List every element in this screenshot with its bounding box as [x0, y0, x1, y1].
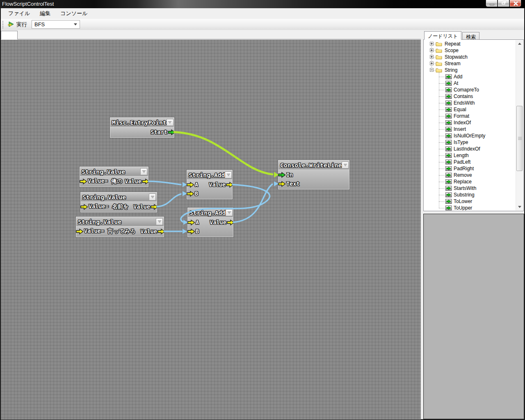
run-button[interactable]: 実行 — [6, 20, 29, 29]
tree-item-equal[interactable]: Equal — [424, 106, 515, 113]
flow-node-entrypoint[interactable]: Misc.EntryPointStart — [110, 117, 174, 138]
menu-item-2[interactable]: 編集 — [35, 8, 55, 19]
node-dropdown-button[interactable] — [140, 168, 147, 175]
close-button[interactable] — [509, 0, 521, 7]
search-mode-combobox[interactable]: BFS — [32, 20, 80, 29]
output-pin-label: Value — [133, 203, 150, 210]
output-pin-label: Value — [140, 228, 157, 235]
tree-item-padleft[interactable]: PadLeft — [424, 159, 515, 165]
node-title: String.Value — [78, 218, 156, 225]
tab-search[interactable]: 検索 — [462, 32, 479, 40]
node-dropdown-button[interactable] — [342, 162, 349, 169]
wire-entrypoint-start-to-writeline-in[interactable] — [174, 132, 272, 174]
node-dropdown-button[interactable] — [225, 171, 232, 178]
tree-item-label: Stopwatch — [445, 54, 468, 60]
wire-value1-to-add1-a[interactable] — [148, 181, 181, 185]
node-title-bar[interactable]: String.Value — [80, 167, 148, 176]
input-pin-icon[interactable] — [187, 182, 194, 188]
node-title-bar[interactable]: String.Add — [188, 208, 233, 217]
output-pin-label: Value — [210, 219, 226, 226]
input-pin-icon[interactable] — [76, 228, 84, 235]
expand-toggle-icon[interactable] — [430, 55, 434, 59]
input-pin-icon[interactable] — [80, 204, 88, 210]
node-dropdown-button[interactable] — [167, 119, 173, 126]
toolbar-grip[interactable] — [2, 21, 3, 28]
output-pin-icon[interactable] — [226, 182, 234, 188]
node-dropdown-button[interactable] — [156, 218, 163, 225]
input-pin-icon[interactable] — [187, 191, 194, 197]
node-dropdown-button[interactable] — [149, 194, 156, 201]
tab-node-list[interactable]: ノードリスト — [424, 31, 461, 40]
properties-panel — [423, 214, 524, 419]
input-pin-icon[interactable] — [278, 181, 286, 187]
flow-node-value1[interactable]: String.ValueValue= 俺のValue — [80, 167, 148, 187]
tree-item-toupper[interactable]: ToUpper — [424, 205, 515, 210]
input-pin-icon[interactable] — [80, 178, 87, 185]
output-pin-icon[interactable] — [158, 228, 165, 235]
expand-toggle-icon[interactable] — [430, 48, 434, 52]
chevron-down-icon — [226, 173, 231, 176]
menu-item-3[interactable]: コンソール — [55, 8, 92, 19]
input-pin-icon[interactable] — [187, 219, 195, 226]
flow-node-value2[interactable]: String.ValueValue= 名前をValue — [80, 192, 157, 212]
canvas-tab[interactable] — [1, 31, 18, 39]
tree-item-at[interactable]: At — [424, 80, 515, 87]
tree-item-istype[interactable]: IsType — [424, 139, 515, 146]
node-title-bar[interactable]: String.Add — [187, 170, 232, 180]
flow-node-add1[interactable]: String.AddAValueB — [187, 170, 233, 199]
node-dropdown-button[interactable] — [226, 209, 233, 216]
tree-item-stream[interactable]: Stream — [424, 60, 515, 67]
output-pin-icon[interactable] — [168, 129, 176, 135]
tree-item-startswith[interactable]: StartsWith — [424, 185, 515, 192]
input-pin-icon[interactable] — [278, 172, 286, 178]
tree-item-repeat[interactable]: Repeat — [424, 41, 515, 47]
tree-item-remove[interactable]: Remove — [424, 172, 515, 178]
scrollbar-thumb[interactable] — [516, 106, 523, 171]
tree-item-comapreto[interactable]: ComapreTo — [424, 87, 515, 93]
flow-node-value3[interactable]: String.ValueValue= 言ってみろValue — [76, 217, 164, 237]
menu-item-1[interactable]: ファイル — [3, 8, 35, 19]
input-pin-label: Value= 名前を — [89, 203, 129, 210]
input-pin-icon[interactable] — [187, 228, 195, 235]
node-title-bar[interactable]: Console.WriteLine — [278, 160, 349, 170]
minimize-button[interactable] — [486, 0, 498, 7]
scrollbar-down-button[interactable] — [516, 203, 523, 210]
tree-item-string[interactable]: String — [424, 67, 515, 73]
flow-canvas[interactable]: Misc.EntryPointStartString.ValueValue= 俺… — [1, 40, 421, 420]
tree-item-tolower[interactable]: ToLower — [424, 198, 515, 205]
tree-item-scope[interactable]: Scope — [424, 47, 515, 54]
tree-item-insert[interactable]: Insert — [424, 126, 515, 132]
tree-item-isnullorempty[interactable]: IsNullOrEmpty — [424, 132, 515, 139]
combo-dropdown-icon — [74, 23, 77, 25]
tree-item-lastindexof[interactable]: LastIndexOf — [424, 146, 515, 152]
tree-item-replace[interactable]: Replace — [424, 178, 515, 185]
scrollbar-up-button[interactable] — [516, 40, 523, 47]
expand-toggle-icon[interactable] — [430, 42, 434, 46]
wire-value2-to-add1-b[interactable] — [157, 194, 181, 207]
output-pin-icon[interactable] — [227, 219, 235, 226]
run-icon — [8, 21, 15, 28]
output-pin-icon[interactable] — [142, 178, 150, 185]
expand-toggle-icon[interactable] — [430, 62, 434, 65]
node-body: Start — [110, 127, 174, 137]
tree-item-substring[interactable]: Substring — [424, 192, 515, 198]
output-pin-icon[interactable] — [151, 204, 158, 210]
wire-add2-value-to-writeline-text[interactable] — [233, 184, 272, 222]
tree-item-stopwatch[interactable]: Stopwatch — [424, 54, 515, 60]
restore-button[interactable] — [498, 0, 509, 7]
tree-item-padright[interactable]: PadRight — [424, 165, 515, 172]
flow-node-writeline[interactable]: Console.WriteLineInText — [278, 160, 349, 189]
tree-scrollbar[interactable] — [516, 40, 523, 210]
tree-item-endswith[interactable]: EndsWith — [424, 100, 515, 106]
node-title-bar[interactable]: Misc.EntryPoint — [110, 118, 174, 127]
tree-item-format[interactable]: Format — [424, 113, 515, 119]
tree-item-length[interactable]: Length — [424, 152, 515, 159]
node-title-bar[interactable]: String.Value — [81, 192, 157, 202]
tree-item-indexof[interactable]: IndexOf — [424, 119, 515, 126]
tree-item-contains[interactable]: Contains — [424, 93, 515, 100]
collapse-toggle-icon[interactable] — [430, 68, 434, 72]
node-title-bar[interactable]: String.Value — [76, 217, 164, 226]
flow-node-add2[interactable]: String.AddAValueB — [187, 208, 233, 237]
tree-item-add[interactable]: Add — [424, 73, 515, 80]
node-row: AValue — [187, 180, 232, 189]
